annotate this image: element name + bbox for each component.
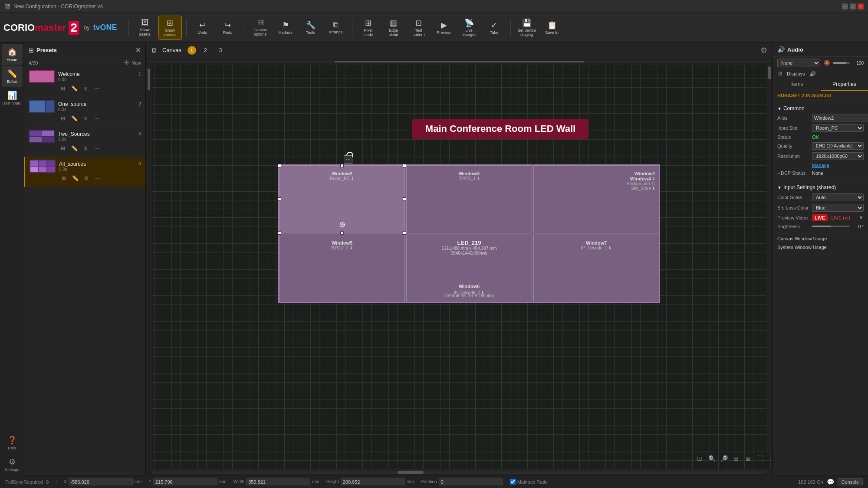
x-input[interactable] [69, 478, 133, 485]
preset-item[interactable]: Two_Sources 3 1.0s ⊞ ✏️ ⊠ ⋯ [24, 127, 145, 157]
src-loss-select[interactable]: Blue [812, 204, 864, 212]
preset-copy-button[interactable]: ⊠ [81, 144, 90, 153]
handle-bottom-right[interactable] [403, 231, 406, 235]
nav-home[interactable]: 🏠 Home [2, 44, 23, 65]
window7-cell[interactable]: Window7 IP_Decode_1 ⬇ [533, 235, 659, 303]
redo-button[interactable]: ↪ Redo [216, 16, 240, 40]
properties-tab[interactable]: Properties [821, 79, 868, 91]
preset-item[interactable]: Welcome 1 0.0s ⊞ ✏️ ⊠ ⋯ [24, 67, 145, 97]
move-icon[interactable]: ⊕ [339, 220, 345, 229]
nav-settings[interactable]: ⚙ Settings [2, 454, 23, 475]
preset-more-button[interactable]: ⋯ [92, 144, 102, 153]
minimize-button[interactable]: ─ [842, 3, 848, 10]
input-settings-header[interactable]: ▼ Input Settings (shared) [777, 183, 864, 192]
window6-cell[interactable]: LED_219 1211.488 mm x 454.307 mm 3840x14… [406, 235, 532, 303]
preset-more-button[interactable]: ⋯ [92, 84, 102, 93]
maximize-button[interactable]: □ [850, 3, 856, 10]
input-slot-select[interactable]: Room_PC [812, 124, 864, 132]
preset-edit-button[interactable]: ✏️ [69, 84, 79, 93]
sidebar-close-button[interactable]: ✕ [135, 46, 141, 54]
preset-edit-button[interactable]: ✏️ [70, 174, 80, 183]
audio-mute-icon[interactable]: 🔕 [824, 60, 830, 66]
preset-copy-button[interactable]: ⊠ [81, 84, 90, 93]
preset-edit-button[interactable]: ✏️ [69, 144, 79, 153]
maintain-ratio-container[interactable]: Maintain Ratio [510, 479, 548, 485]
window2-cell[interactable]: Window2 Room_PC ⬇ ⊕ [279, 165, 405, 233]
canvas-tab-2[interactable]: 2 [200, 46, 211, 54]
zoom-in-button[interactable]: 🔎 [719, 453, 729, 464]
preview-button[interactable]: ▶ Preview [432, 16, 456, 40]
edge-blend-button[interactable]: ▦ Edgeblend [382, 16, 405, 40]
chat-icon[interactable]: 💬 [827, 478, 834, 485]
new-preset-button[interactable]: ➕ New [124, 60, 141, 66]
tools-button[interactable]: 🔧 Tools [299, 16, 322, 40]
manage-link[interactable]: Manage [812, 163, 829, 168]
preset-layout-button[interactable]: ⊞ [58, 144, 68, 153]
preset-edit-button[interactable]: ✏️ [69, 114, 79, 123]
bottom-scroll-thumb[interactable] [398, 471, 424, 474]
height-input[interactable] [341, 478, 405, 485]
undo-button[interactable]: ↩ Undo [191, 16, 214, 40]
set-device-staging-button[interactable]: 💾 Set devicestaging [515, 16, 539, 40]
canvas-tab-1[interactable]: 1 [187, 46, 196, 55]
window5-cell[interactable]: Window5 BYOD_2 ⬇ [279, 235, 405, 303]
close-button[interactable]: ✕ [858, 3, 864, 10]
items-tab[interactable]: Items [773, 79, 821, 91]
brightness-slider-track[interactable] [812, 226, 850, 227]
fullscreen-button[interactable]: ⛶ [755, 453, 766, 464]
preset-layout-button[interactable]: ⊞ [58, 84, 68, 93]
window1-cell[interactable]: Window1 Window4 ⬇ Background_C Still_Sto… [533, 165, 659, 233]
nav-editor[interactable]: ✏️ Editor [2, 66, 23, 87]
quality-select[interactable]: EHQ (19 Available) [812, 142, 864, 150]
preset-more-button[interactable]: ⋯ [93, 174, 102, 183]
audio-select[interactable]: None [777, 59, 820, 67]
rotation-input[interactable] [439, 478, 503, 485]
preset-layout-button[interactable]: ⊞ [59, 174, 69, 183]
preset-more-button[interactable]: ⋯ [92, 114, 102, 123]
preset-item-active[interactable]: All_sources 4 0.0s ⊞ ✏️ ⊠ ⋯ [24, 157, 145, 187]
handle-top-center[interactable] [340, 164, 344, 167]
zoom-out-button[interactable]: 🔍 [707, 453, 717, 464]
show-assets-button[interactable]: 🖼 Showassets [133, 16, 157, 40]
save-to-button[interactable]: 📋 Save to [540, 16, 564, 40]
show-presets-button[interactable]: ⊞ Showpresets [158, 16, 182, 40]
window3-cell[interactable]: Window3 BYOD_1 ⬇ [406, 165, 532, 233]
console-button[interactable]: Console [838, 478, 863, 485]
markers-button[interactable]: ⚑ Markers [274, 16, 297, 40]
canvas-settings-icon[interactable]: ⚙ [760, 46, 767, 55]
preset-item[interactable]: One_source 2 0.0s ⊞ ✏️ ⊠ ⋯ [24, 97, 145, 127]
preset-layout-button[interactable]: ⊞ [58, 114, 68, 123]
preview-dropdown-icon[interactable]: ▼ [858, 215, 864, 221]
frame-fit-button[interactable]: ⊞ [731, 453, 741, 464]
pixel-mode-button[interactable]: ⊞ Pixelmode [357, 16, 380, 40]
handle-bottom-left[interactable] [278, 231, 281, 235]
v-scrollbar-thumb[interactable] [148, 69, 150, 90]
canvas-tab-3[interactable]: 3 [215, 46, 227, 54]
v-scrollbar-thumb-right[interactable] [768, 66, 771, 79]
canvas-viewport[interactable]: Main Conference Room LED Wall ⋯ [146, 58, 773, 469]
maintain-ratio-checkbox[interactable] [510, 479, 516, 485]
width-input[interactable] [246, 478, 310, 485]
fit-view-button[interactable]: ⊡ [694, 453, 705, 464]
nav-help[interactable]: ❓ Help [2, 432, 23, 453]
h-scrollbar-thumb[interactable] [335, 61, 584, 62]
common-section-header[interactable]: ▼ Common [777, 104, 864, 113]
zoom-reset-button[interactable]: ⊠ [743, 453, 753, 464]
resolution-select[interactable]: 1920x1080p60 [812, 152, 864, 160]
handle-bottom-center[interactable] [340, 231, 344, 235]
color-scale-select[interactable]: Auto [812, 193, 864, 201]
test-pattern-button[interactable]: ⊡ Testpattern [407, 16, 431, 40]
preset-copy-button[interactable]: ⊠ [81, 114, 90, 123]
live-changes-button[interactable]: 📡 Livechanges [457, 16, 481, 40]
handle-middle-left[interactable] [278, 197, 281, 201]
arrange-button[interactable]: ⧉ Arrange [324, 16, 348, 40]
window-options-button[interactable]: ⋯ [344, 155, 352, 164]
alias-input[interactable] [812, 115, 868, 121]
canvas-options-button[interactable]: 🖥 Canvasoptions [249, 16, 272, 40]
take-button[interactable]: ✓ Take [483, 16, 506, 40]
preset-copy-button[interactable]: ⊠ [82, 174, 91, 183]
handle-top-left[interactable] [278, 164, 281, 167]
y-input[interactable] [153, 478, 217, 485]
handle-top-right[interactable] [403, 164, 406, 167]
nav-dashboard[interactable]: 📊 Dashboard [2, 88, 23, 108]
